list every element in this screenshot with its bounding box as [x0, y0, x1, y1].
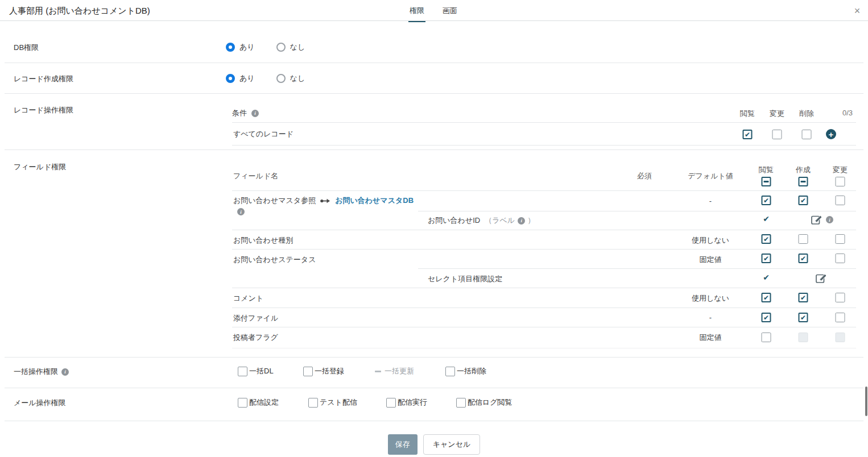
col-edit: 変更: [770, 109, 784, 119]
view-check-mark: ✔: [763, 214, 770, 223]
checkbox-mail-test[interactable]: テスト配信: [308, 397, 357, 408]
tab-permission[interactable]: 権限: [408, 0, 425, 22]
close-icon[interactable]: ×: [851, 5, 863, 17]
checkbox-field-edit[interactable]: [836, 254, 845, 263]
col-view: 閲覧: [740, 109, 755, 119]
checkbox-field-view[interactable]: [762, 254, 771, 263]
edit-icon[interactable]: [811, 214, 823, 225]
col-field-name: フィールド名: [233, 171, 278, 181]
checkbox-field-create[interactable]: [799, 254, 808, 263]
condition-counter: 0/3: [842, 109, 853, 117]
footer-actions: 保存 キャンセル: [0, 434, 868, 455]
checkbox-field-view[interactable]: [762, 333, 771, 342]
checkbox-field-view[interactable]: [762, 313, 771, 322]
info-icon[interactable]: i: [237, 208, 245, 215]
record-create-radios: あり なし: [226, 73, 305, 84]
bulk-operation-label: 一括操作権限 i: [14, 367, 69, 377]
checkbox-bulk-update: 一括更新: [373, 366, 414, 376]
checkbox-bulk-delete[interactable]: 一括削除: [445, 366, 486, 376]
radio-selected-icon[interactable]: [226, 43, 235, 52]
checkbox-field-edit[interactable]: [836, 196, 845, 205]
radio-label: なし: [290, 42, 305, 52]
save-button[interactable]: 保存: [388, 434, 418, 455]
col-field-edit: 変更: [833, 165, 848, 175]
checkbox-field-view[interactable]: [762, 196, 771, 205]
radio-unselected-icon[interactable]: [276, 74, 286, 83]
checkbox-header-edit[interactable]: [836, 177, 845, 186]
info-icon[interactable]: i: [61, 368, 69, 376]
checkbox-field-create[interactable]: [799, 313, 808, 322]
radio-label: あり: [239, 73, 255, 84]
field-permission-label: フィールド権限: [14, 162, 66, 172]
checkbox-mail-settings[interactable]: 配信設定: [238, 397, 279, 408]
checkbox-field-edit: [836, 333, 845, 342]
field-row-label: コメント: [233, 293, 263, 304]
radio-create-ari[interactable]: あり: [226, 73, 255, 84]
col-field-view: 閲覧: [759, 165, 774, 175]
info-icon[interactable]: i: [251, 110, 259, 117]
permission-dialog: 人事部用 (お問い合わせコメントDB) 権限 画面 × DB権限 あり なし レ…: [0, 0, 868, 457]
checkbox-field-create[interactable]: [799, 196, 808, 205]
referenced-db-link[interactable]: お問い合わせマスタDB: [335, 196, 414, 206]
checkbox-field-edit[interactable]: [836, 234, 845, 244]
default-value: 固定値: [700, 255, 722, 265]
add-condition-icon[interactable]: +: [826, 129, 836, 139]
col-required: 必須: [637, 171, 652, 181]
field-row-label: お問い合わせマスタ参照 お問い合わせマスタDB: [233, 196, 414, 206]
db-permission-label: DB権限: [14, 43, 39, 53]
default-value: -: [709, 313, 712, 322]
info-icon[interactable]: i: [518, 217, 525, 225]
checkbox-field-view[interactable]: [762, 234, 771, 244]
checkbox-bulk-register[interactable]: 一括登録: [303, 366, 344, 376]
field-row-label: 添付ファイル: [233, 313, 278, 323]
col-delete: 削除: [799, 109, 814, 119]
tab-screen[interactable]: 画面: [441, 0, 458, 22]
radio-db-ari[interactable]: あり: [226, 42, 255, 52]
view-check-mark: ✔: [763, 273, 770, 282]
subfield-row-label: セレクト項目権限設定: [428, 274, 502, 284]
radio-selected-icon[interactable]: [226, 74, 235, 83]
checkbox-field-view[interactable]: [762, 293, 771, 302]
edit-icon[interactable]: [816, 273, 828, 283]
checkbox-header-create[interactable]: [799, 177, 808, 186]
subfield-row-label: お問い合わせID （ラベル i ）: [428, 215, 535, 226]
db-permission-radios: あり なし: [226, 42, 305, 52]
checkbox-field-edit[interactable]: [836, 313, 845, 322]
checkbox-record-delete[interactable]: [802, 130, 812, 139]
record-row-label: すべてのレコード: [233, 129, 294, 139]
radio-create-nashi[interactable]: なし: [276, 73, 305, 84]
default-value: 固定値: [700, 333, 722, 343]
field-row-label: 投稿者フラグ: [233, 333, 278, 343]
checkbox-field-create[interactable]: [799, 293, 808, 302]
mail-operation-label: メール操作権限: [14, 398, 66, 408]
default-value: -: [709, 197, 712, 205]
checkbox-header-view[interactable]: [762, 177, 771, 186]
checkbox-field-create: [799, 333, 808, 342]
checkbox-record-edit[interactable]: [772, 130, 782, 139]
checkbox-record-view[interactable]: [743, 130, 753, 139]
checkbox-mail-send[interactable]: 配信実行: [386, 397, 427, 408]
reference-link-icon: [320, 198, 330, 203]
checkbox-bulk-dl[interactable]: 一括DL: [238, 366, 274, 376]
radio-db-nashi[interactable]: なし: [276, 42, 305, 52]
tab-bar: 権限 画面: [408, 0, 458, 22]
page-title: 人事部用 (お問い合わせコメントDB): [9, 6, 150, 16]
field-row-label: お問い合わせ種別: [233, 235, 293, 246]
record-create-permission-label: レコード作成権限: [14, 74, 73, 84]
field-row-label: お問い合わせステータス: [233, 255, 316, 265]
cancel-button[interactable]: キャンセル: [423, 434, 481, 455]
radio-label: あり: [239, 42, 255, 52]
radio-unselected-icon[interactable]: [276, 43, 286, 52]
radio-label: なし: [290, 73, 305, 84]
checkbox-field-edit[interactable]: [836, 293, 845, 302]
record-operation-label: レコード操作権限: [14, 105, 73, 115]
vertical-scrollbar[interactable]: [865, 387, 867, 416]
condition-header: 条件 i: [232, 108, 259, 118]
info-icon[interactable]: i: [826, 216, 833, 223]
col-field-create: 作成: [796, 165, 811, 175]
col-default: デフォルト値: [688, 171, 733, 181]
checkbox-field-create[interactable]: [799, 234, 808, 244]
default-value: 使用しない: [692, 235, 729, 246]
default-value: 使用しない: [692, 293, 729, 304]
checkbox-mail-log[interactable]: 配信ログ閲覧: [456, 397, 512, 408]
